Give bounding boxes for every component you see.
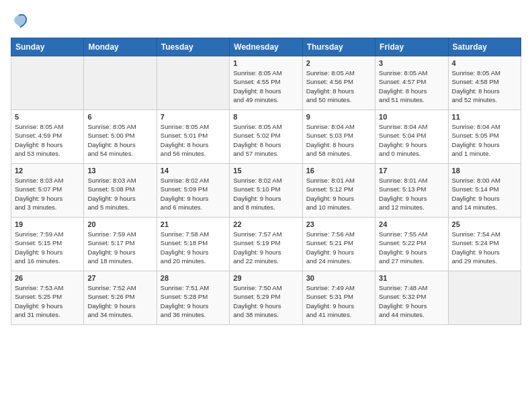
day-info: Sunrise: 8:05 AM Sunset: 4:57 PM Dayligh… <box>379 68 444 104</box>
calendar-cell: 7Sunrise: 8:05 AM Sunset: 5:01 PM Daylig… <box>157 110 229 164</box>
calendar-cell: 27Sunrise: 7:52 AM Sunset: 5:26 PM Dayli… <box>84 271 157 325</box>
day-info: Sunrise: 8:04 AM Sunset: 5:05 PM Dayligh… <box>452 122 517 158</box>
calendar-cell: 12Sunrise: 8:03 AM Sunset: 5:07 PM Dayli… <box>11 164 84 218</box>
calendar-cell: 8Sunrise: 8:05 AM Sunset: 5:02 PM Daylig… <box>230 110 302 164</box>
day-number: 11 <box>452 113 517 121</box>
calendar-table: SundayMondayTuesdayWednesdayThursdayFrid… <box>11 38 521 325</box>
calendar-cell: 11Sunrise: 8:04 AM Sunset: 5:05 PM Dayli… <box>448 110 521 164</box>
day-number: 15 <box>233 167 298 175</box>
week-row-4: 19Sunrise: 7:59 AM Sunset: 5:15 PM Dayli… <box>11 218 521 271</box>
calendar-cell: 6Sunrise: 8:05 AM Sunset: 5:00 PM Daylig… <box>84 110 157 164</box>
calendar-cell: 15Sunrise: 8:02 AM Sunset: 5:10 PM Dayli… <box>230 164 302 218</box>
day-number: 28 <box>161 274 226 282</box>
calendar-cell: 31Sunrise: 7:48 AM Sunset: 5:32 PM Dayli… <box>375 271 448 325</box>
calendar-cell: 17Sunrise: 8:01 AM Sunset: 5:13 PM Dayli… <box>375 164 448 218</box>
day-info: Sunrise: 7:49 AM Sunset: 5:31 PM Dayligh… <box>306 283 371 319</box>
calendar-cell: 18Sunrise: 8:00 AM Sunset: 5:14 PM Dayli… <box>448 164 521 218</box>
day-info: Sunrise: 8:05 AM Sunset: 5:00 PM Dayligh… <box>87 122 152 158</box>
weekday-header-wednesday: Wednesday <box>230 38 302 56</box>
day-number: 30 <box>306 274 371 282</box>
day-info: Sunrise: 8:02 AM Sunset: 5:09 PM Dayligh… <box>161 176 226 212</box>
day-number: 31 <box>379 274 444 282</box>
day-number: 2 <box>306 59 371 67</box>
day-info: Sunrise: 8:05 AM Sunset: 4:56 PM Dayligh… <box>306 68 371 104</box>
day-number: 20 <box>87 220 152 228</box>
day-info: Sunrise: 7:50 AM Sunset: 5:29 PM Dayligh… <box>233 283 298 319</box>
day-info: Sunrise: 7:58 AM Sunset: 5:18 PM Dayligh… <box>161 230 226 265</box>
day-number: 10 <box>379 113 444 121</box>
calendar-cell: 26Sunrise: 7:53 AM Sunset: 5:25 PM Dayli… <box>11 271 84 325</box>
day-number: 4 <box>452 59 517 67</box>
day-number: 27 <box>87 274 152 282</box>
day-number: 18 <box>452 167 517 175</box>
day-info: Sunrise: 7:59 AM Sunset: 5:15 PM Dayligh… <box>15 230 80 265</box>
day-number: 25 <box>452 220 517 228</box>
calendar-cell: 23Sunrise: 7:56 AM Sunset: 5:21 PM Dayli… <box>302 218 375 271</box>
day-info: Sunrise: 7:48 AM Sunset: 5:32 PM Dayligh… <box>379 283 444 319</box>
calendar-cell: 30Sunrise: 7:49 AM Sunset: 5:31 PM Dayli… <box>302 271 375 325</box>
calendar-cell: 1Sunrise: 8:05 AM Sunset: 4:55 PM Daylig… <box>230 56 302 110</box>
calendar-cell <box>84 56 157 110</box>
day-info: Sunrise: 8:01 AM Sunset: 5:12 PM Dayligh… <box>306 176 371 212</box>
calendar-cell: 10Sunrise: 8:04 AM Sunset: 5:04 PM Dayli… <box>375 110 448 164</box>
logo <box>11 11 32 30</box>
day-number: 22 <box>233 220 298 228</box>
calendar-cell: 20Sunrise: 7:59 AM Sunset: 5:17 PM Dayli… <box>84 218 157 271</box>
day-number: 6 <box>87 113 152 121</box>
calendar-cell: 14Sunrise: 8:02 AM Sunset: 5:09 PM Dayli… <box>157 164 229 218</box>
calendar-cell: 9Sunrise: 8:04 AM Sunset: 5:03 PM Daylig… <box>302 110 375 164</box>
logo-icon <box>11 11 30 30</box>
day-number: 3 <box>379 59 444 67</box>
day-number: 14 <box>161 167 226 175</box>
day-info: Sunrise: 7:56 AM Sunset: 5:21 PM Dayligh… <box>306 230 371 265</box>
calendar-cell <box>448 271 521 325</box>
day-info: Sunrise: 8:00 AM Sunset: 5:14 PM Dayligh… <box>452 176 517 212</box>
calendar-cell: 4Sunrise: 8:05 AM Sunset: 4:58 PM Daylig… <box>448 56 521 110</box>
day-number: 9 <box>306 113 371 121</box>
calendar-cell: 19Sunrise: 7:59 AM Sunset: 5:15 PM Dayli… <box>11 218 84 271</box>
weekday-header-row: SundayMondayTuesdayWednesdayThursdayFrid… <box>11 38 521 56</box>
weekday-header-tuesday: Tuesday <box>157 38 229 56</box>
page-header <box>11 11 521 30</box>
day-number: 24 <box>379 220 444 228</box>
week-row-1: 1Sunrise: 8:05 AM Sunset: 4:55 PM Daylig… <box>11 56 521 110</box>
day-number: 16 <box>306 167 371 175</box>
day-info: Sunrise: 7:52 AM Sunset: 5:26 PM Dayligh… <box>87 283 152 319</box>
calendar-cell: 21Sunrise: 7:58 AM Sunset: 5:18 PM Dayli… <box>157 218 229 271</box>
day-number: 23 <box>306 220 371 228</box>
calendar-cell: 28Sunrise: 7:51 AM Sunset: 5:28 PM Dayli… <box>157 271 229 325</box>
day-info: Sunrise: 8:02 AM Sunset: 5:10 PM Dayligh… <box>233 176 298 212</box>
calendar-cell: 2Sunrise: 8:05 AM Sunset: 4:56 PM Daylig… <box>302 56 375 110</box>
day-info: Sunrise: 8:05 AM Sunset: 5:01 PM Dayligh… <box>161 122 226 158</box>
day-info: Sunrise: 8:05 AM Sunset: 4:58 PM Dayligh… <box>452 68 517 104</box>
calendar-cell <box>11 56 84 110</box>
weekday-header-saturday: Saturday <box>448 38 521 56</box>
calendar-cell: 24Sunrise: 7:55 AM Sunset: 5:22 PM Dayli… <box>375 218 448 271</box>
weekday-header-sunday: Sunday <box>11 38 84 56</box>
day-number: 29 <box>233 274 298 282</box>
day-info: Sunrise: 7:55 AM Sunset: 5:22 PM Dayligh… <box>379 230 444 265</box>
calendar-cell: 25Sunrise: 7:54 AM Sunset: 5:24 PM Dayli… <box>448 218 521 271</box>
weekday-header-friday: Friday <box>375 38 448 56</box>
day-info: Sunrise: 7:57 AM Sunset: 5:19 PM Dayligh… <box>233 230 298 265</box>
day-info: Sunrise: 7:59 AM Sunset: 5:17 PM Dayligh… <box>87 230 152 265</box>
day-info: Sunrise: 7:53 AM Sunset: 5:25 PM Dayligh… <box>15 283 80 319</box>
weekday-header-monday: Monday <box>84 38 157 56</box>
day-info: Sunrise: 8:05 AM Sunset: 4:55 PM Dayligh… <box>233 68 298 104</box>
day-info: Sunrise: 8:05 AM Sunset: 5:02 PM Dayligh… <box>233 122 298 158</box>
week-row-5: 26Sunrise: 7:53 AM Sunset: 5:25 PM Dayli… <box>11 271 521 325</box>
calendar-cell: 5Sunrise: 8:05 AM Sunset: 4:59 PM Daylig… <box>11 110 84 164</box>
calendar-cell: 29Sunrise: 7:50 AM Sunset: 5:29 PM Dayli… <box>230 271 302 325</box>
calendar-cell <box>157 56 229 110</box>
day-info: Sunrise: 8:03 AM Sunset: 5:08 PM Dayligh… <box>87 176 152 212</box>
day-number: 12 <box>15 167 80 175</box>
day-info: Sunrise: 8:04 AM Sunset: 5:04 PM Dayligh… <box>379 122 444 158</box>
day-number: 26 <box>15 274 80 282</box>
weekday-header-thursday: Thursday <box>302 38 375 56</box>
day-info: Sunrise: 8:05 AM Sunset: 4:59 PM Dayligh… <box>15 122 80 158</box>
day-number: 5 <box>15 113 80 121</box>
day-number: 8 <box>233 113 298 121</box>
calendar-cell: 22Sunrise: 7:57 AM Sunset: 5:19 PM Dayli… <box>230 218 302 271</box>
day-info: Sunrise: 7:54 AM Sunset: 5:24 PM Dayligh… <box>452 230 517 265</box>
calendar-cell: 3Sunrise: 8:05 AM Sunset: 4:57 PM Daylig… <box>375 56 448 110</box>
